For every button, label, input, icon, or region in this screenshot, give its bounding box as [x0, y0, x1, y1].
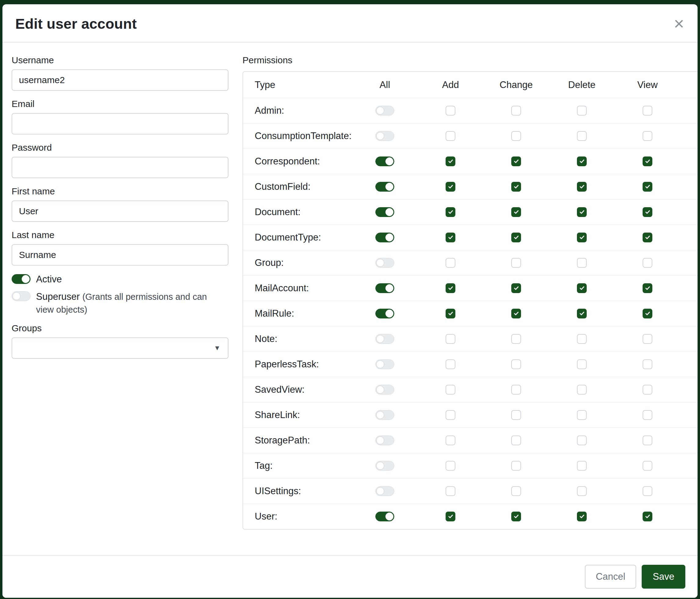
permission-change-checkbox[interactable]	[511, 410, 521, 420]
permission-change-checkbox[interactable]	[511, 182, 521, 192]
permission-all-toggle[interactable]	[375, 486, 394, 496]
permission-type-label: MailRule:	[243, 308, 352, 319]
permission-view-checkbox[interactable]	[643, 511, 652, 521]
permission-change-checkbox[interactable]	[511, 106, 521, 116]
permission-view-checkbox[interactable]	[643, 385, 652, 394]
permission-all-toggle[interactable]	[375, 207, 394, 217]
permission-all-toggle[interactable]	[375, 461, 394, 471]
groups-select[interactable]: ▼	[11, 337, 228, 359]
permission-change-checkbox[interactable]	[511, 131, 521, 141]
permission-delete-checkbox[interactable]	[577, 461, 587, 471]
superuser-toggle[interactable]	[11, 291, 30, 301]
permission-add-checkbox[interactable]	[446, 461, 455, 471]
permission-delete-checkbox[interactable]	[577, 283, 587, 293]
permission-view-checkbox[interactable]	[643, 359, 652, 369]
permission-add-checkbox[interactable]	[446, 385, 455, 394]
permission-change-checkbox[interactable]	[511, 359, 521, 369]
active-toggle[interactable]	[11, 274, 30, 284]
permission-change-checkbox[interactable]	[511, 461, 521, 471]
permission-all-toggle[interactable]	[375, 283, 394, 293]
permission-all-toggle[interactable]	[375, 385, 394, 394]
permission-delete-checkbox[interactable]	[577, 182, 587, 192]
permission-view-checkbox[interactable]	[643, 283, 652, 293]
permission-view-checkbox[interactable]	[643, 258, 652, 268]
permission-all-toggle[interactable]	[375, 334, 394, 344]
permission-all-toggle[interactable]	[375, 131, 394, 141]
permission-all-toggle[interactable]	[375, 157, 394, 166]
permission-all-toggle[interactable]	[375, 511, 394, 521]
permission-add-checkbox[interactable]	[446, 283, 455, 293]
permission-view-checkbox[interactable]	[643, 410, 652, 420]
permission-add-checkbox[interactable]	[446, 131, 455, 141]
permission-delete-checkbox[interactable]	[577, 511, 587, 521]
permission-all-toggle[interactable]	[375, 359, 394, 369]
permission-view-checkbox[interactable]	[643, 207, 652, 217]
permission-delete-checkbox[interactable]	[577, 486, 587, 496]
permission-view-checkbox[interactable]	[643, 233, 652, 242]
permission-delete-checkbox[interactable]	[577, 334, 587, 344]
permission-delete-checkbox[interactable]	[577, 106, 587, 116]
permission-add-checkbox[interactable]	[446, 486, 455, 496]
last-name-input[interactable]	[11, 244, 228, 266]
permission-change-checkbox[interactable]	[511, 435, 521, 445]
permission-view-checkbox[interactable]	[643, 486, 652, 496]
permission-view-checkbox[interactable]	[643, 106, 652, 116]
permission-change-checkbox[interactable]	[511, 258, 521, 268]
permission-all-toggle[interactable]	[375, 435, 394, 445]
permission-delete-checkbox[interactable]	[577, 157, 587, 166]
permission-add-checkbox[interactable]	[446, 410, 455, 420]
permission-change-checkbox[interactable]	[511, 207, 521, 217]
permission-delete-checkbox[interactable]	[577, 435, 587, 445]
permission-view-checkbox[interactable]	[643, 182, 652, 192]
permission-add-checkbox[interactable]	[446, 511, 455, 521]
toggle-knob	[385, 208, 393, 216]
permission-add-checkbox[interactable]	[446, 435, 455, 445]
permission-change-checkbox[interactable]	[511, 309, 521, 318]
cancel-button[interactable]: Cancel	[585, 565, 636, 589]
permission-view-checkbox[interactable]	[643, 461, 652, 471]
permission-delete-checkbox[interactable]	[577, 309, 587, 318]
permission-delete-checkbox[interactable]	[577, 258, 587, 268]
permission-delete-checkbox[interactable]	[577, 131, 587, 141]
permission-delete-checkbox[interactable]	[577, 233, 587, 242]
email-input[interactable]	[11, 113, 228, 135]
permission-view-checkbox[interactable]	[643, 309, 652, 318]
close-icon[interactable]: ×	[674, 15, 684, 32]
permission-all-toggle[interactable]	[375, 410, 394, 420]
permission-change-checkbox[interactable]	[511, 233, 521, 242]
permission-add-checkbox[interactable]	[446, 106, 455, 116]
permission-add-checkbox[interactable]	[446, 334, 455, 344]
permission-add-checkbox[interactable]	[446, 359, 455, 369]
permission-add-checkbox[interactable]	[446, 182, 455, 192]
permission-add-checkbox[interactable]	[446, 157, 455, 166]
permission-delete-checkbox[interactable]	[577, 359, 587, 369]
permission-all-toggle[interactable]	[375, 182, 394, 192]
first-name-input[interactable]	[11, 200, 228, 222]
permission-change-checkbox[interactable]	[511, 283, 521, 293]
permission-delete-checkbox[interactable]	[577, 410, 587, 420]
save-button[interactable]: Save	[642, 565, 685, 589]
permission-change-checkbox[interactable]	[511, 334, 521, 344]
permission-all-toggle[interactable]	[375, 233, 394, 242]
permission-add-checkbox[interactable]	[446, 207, 455, 217]
permission-all-toggle[interactable]	[375, 106, 394, 116]
permission-add-checkbox[interactable]	[446, 258, 455, 268]
username-input[interactable]	[11, 69, 228, 91]
permission-view-checkbox[interactable]	[643, 131, 652, 141]
password-input[interactable]	[11, 157, 228, 178]
permission-all-toggle[interactable]	[375, 258, 394, 268]
permission-add-checkbox[interactable]	[446, 233, 455, 242]
permission-delete-checkbox[interactable]	[577, 207, 587, 217]
permission-view-checkbox[interactable]	[643, 435, 652, 445]
permission-change-checkbox[interactable]	[511, 486, 521, 496]
permission-change-checkbox[interactable]	[511, 511, 521, 521]
permission-change-checkbox[interactable]	[511, 157, 521, 166]
permission-view-checkbox[interactable]	[643, 334, 652, 344]
permission-view-checkbox[interactable]	[643, 157, 652, 166]
permission-delete-checkbox[interactable]	[577, 385, 587, 394]
permission-add-checkbox[interactable]	[446, 309, 455, 318]
permission-all-toggle[interactable]	[375, 309, 394, 318]
email-label: Email	[11, 98, 228, 110]
permission-change-checkbox[interactable]	[511, 385, 521, 394]
permission-row: Correspondent:	[243, 148, 698, 174]
